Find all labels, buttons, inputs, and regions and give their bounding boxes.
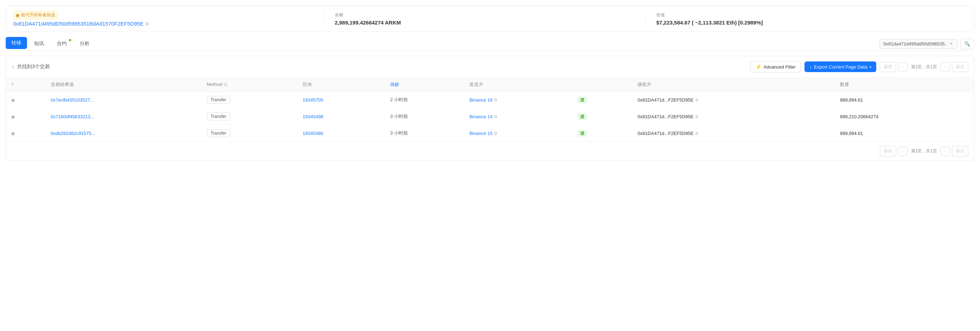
method-badge-1: Transfer <box>207 113 230 120</box>
receiver-wrap-0: 0x81DA471d...F2EF5D95E ⧉ <box>638 97 830 103</box>
toolbar-left: ↕ 共找到3个交易 <box>12 64 50 70</box>
tab-analysis[interactable]: 分析 <box>74 38 95 50</box>
amount-value-1: 999,210.20664274 <box>840 114 878 119</box>
eye-icon[interactable]: ◉ <box>11 114 15 119</box>
amount-cell-2: 999,994.61 <box>835 125 974 142</box>
hash-cell-1: 0x7160df45633213... <box>46 108 202 125</box>
sender-link-1[interactable]: Binance 14 <box>469 114 493 119</box>
value-section: 价值 $7,223,584.67 ( ~2,113.3821 Eth) [0.2… <box>645 12 967 25</box>
sender-link-0[interactable]: Binance 16 <box>469 97 493 103</box>
tx-hash-link-2[interactable]: 0xdb282d82c91575... <box>51 131 95 136</box>
sender-wrap-2: Binance 15 ⧉ <box>469 131 568 136</box>
method-badge-2: Transfer <box>207 129 230 137</box>
method-cell-0: Transfer <box>202 92 298 108</box>
method-badge-0: Transfer <box>207 96 230 104</box>
hash-cell-0: 0x7ecfb435103527... <box>46 92 202 108</box>
hash-cell-2: 0xdb282d82c91575... <box>46 125 202 142</box>
value-label: 价值 <box>656 12 956 18</box>
balance-value: 2,989,199.42664274 ARKM <box>335 19 635 25</box>
receiver-cell-2: 0x81DA471d...F2EF5D95E ⧉ <box>633 125 835 142</box>
bottom-last-page-button[interactable]: 最后 <box>952 146 968 156</box>
copy-address-icon[interactable]: ⧉ <box>146 21 149 26</box>
sender-link-2[interactable]: Binance 15 <box>469 131 493 136</box>
main-content: ↕ 共找到3个交易 ⚡ Advanced Filter ↓ Export Cur… <box>6 56 974 161</box>
last-page-button[interactable]: 最后 <box>952 62 968 72</box>
age-text-1: 3 小时前 <box>390 114 408 119</box>
col-amount: 数量 <box>835 78 974 92</box>
age-text-0: 2 小时前 <box>390 97 408 102</box>
table-header-row: ? 交易哈希值 Method ⓪ 区块 块龄 发送方 接收方 数量 <box>6 78 974 92</box>
result-count: 共找到3个交易 <box>17 64 50 70</box>
filter-label: Advanced Filter <box>764 64 795 70</box>
page-info: 第1页，共1页 <box>910 64 939 70</box>
sender-cell-1: Binance 14 ⧉ <box>465 108 573 125</box>
copy-sender-icon-2[interactable]: ⧉ <box>494 131 497 136</box>
eye-cell-1: ◉ <box>6 108 46 125</box>
search-input-wrap: ✕ <box>880 39 958 49</box>
download-icon: ↓ <box>810 64 812 70</box>
col-hash: 交易哈希值 <box>46 78 202 92</box>
copy-receiver-icon-1[interactable]: ⧉ <box>695 115 698 119</box>
col-age: 块龄 <box>385 78 465 92</box>
filter-tag: ▣ 按代币持有者筛选 <box>13 11 57 19</box>
bottom-next-page-button[interactable]: › <box>940 147 950 156</box>
next-page-button[interactable]: › <box>940 62 950 72</box>
balance-section: 余额 2,989,199.42664274 ARKM <box>324 12 645 25</box>
block-link-1[interactable]: 19345498 <box>303 114 323 119</box>
contract-badge <box>68 38 72 42</box>
address-section: ▣ 按代币持有者筛选 0x81DA471d495dD50d5965351BdAd… <box>13 11 324 27</box>
search-input[interactable] <box>883 41 947 46</box>
eye-cell-2: ◉ <box>6 125 46 142</box>
copy-sender-icon-0[interactable]: ⧉ <box>494 98 497 102</box>
search-bar-right: ✕ 🔍 <box>880 39 974 49</box>
export-button[interactable]: ↓ Export Current Page Data ▾ <box>805 61 876 72</box>
age-cell-1: 3 小时前 <box>385 108 465 125</box>
receiver-cell-1: 0x81DA471d...F2EF5D95E ⧉ <box>633 108 835 125</box>
bottom-prev-page-button[interactable]: ‹ <box>898 147 907 156</box>
tab-news[interactable]: 知讯 <box>29 38 50 50</box>
amount-cell-0: 989,994.61 <box>835 92 974 108</box>
direction-cell-1: 进 <box>573 108 633 125</box>
bottom-pagination: 最前 ‹ 第1页，共1页 › 最后 <box>6 142 974 161</box>
eye-cell-0: ◉ <box>6 92 46 108</box>
method-cell-2: Transfer <box>202 125 298 142</box>
chevron-down-icon: ▾ <box>870 65 871 69</box>
sort-icon: ↕ <box>12 64 14 70</box>
block-link-0[interactable]: 19345705 <box>303 97 323 103</box>
eye-icon[interactable]: ◉ <box>11 97 15 103</box>
copy-receiver-icon-0[interactable]: ⧉ <box>695 98 698 102</box>
block-link-2[interactable]: 19345486 <box>303 131 323 136</box>
prev-page-button[interactable]: ‹ <box>898 62 907 72</box>
amount-value-2: 999,994.61 <box>840 131 863 136</box>
first-page-button[interactable]: 最前 <box>880 62 896 72</box>
advanced-filter-button[interactable]: ⚡ Advanced Filter <box>750 61 801 72</box>
eye-icon[interactable]: ◉ <box>11 131 15 136</box>
bottom-first-page-button[interactable]: 最前 <box>880 146 896 156</box>
close-icon[interactable]: ✕ <box>950 41 953 46</box>
balance-label: 余额 <box>335 12 635 18</box>
block-cell-2: 19345486 <box>298 125 385 142</box>
table-row: ◉ 0x7ecfb435103527... Transfer 19345705 … <box>6 92 974 108</box>
tx-hash-link-1[interactable]: 0x7160df45633213... <box>51 114 94 119</box>
filter-icon: ⚡ <box>756 64 762 70</box>
age-cell-2: 3 小时前 <box>385 125 465 142</box>
amount-cell-1: 999,210.20664274 <box>835 108 974 125</box>
receiver-text-2: 0x81DA471d...F2EF5D95E <box>638 131 694 136</box>
table-row: ◉ 0xdb282d82c91575... Transfer 19345486 … <box>6 125 974 142</box>
copy-receiver-icon-2[interactable]: ⧉ <box>695 131 698 136</box>
tx-hash-link-0[interactable]: 0x7ecfb435103527... <box>51 97 94 103</box>
in-badge-2: 进 <box>578 130 587 137</box>
top-pagination: 最前 ‹ 第1页，共1页 › 最后 <box>880 62 968 72</box>
tab-transfer[interactable]: 转移 <box>6 37 27 49</box>
copy-sender-icon-1[interactable]: ⧉ <box>494 115 497 119</box>
col-direction <box>573 78 633 92</box>
col-block: 区块 <box>298 78 385 92</box>
search-button[interactable]: 🔍 <box>961 39 974 49</box>
question-icon: ? <box>11 82 13 88</box>
table-row: ◉ 0x7160df45633213... Transfer 19345498 … <box>6 108 974 125</box>
age-text-2: 3 小时前 <box>390 130 408 136</box>
wallet-address: 0x81DA471d495dD50d5965351BdAd1570F2EF5D9… <box>13 21 313 27</box>
method-cell-1: Transfer <box>202 108 298 125</box>
tab-contract[interactable]: 合约 <box>51 38 73 50</box>
block-cell-1: 19345498 <box>298 108 385 125</box>
